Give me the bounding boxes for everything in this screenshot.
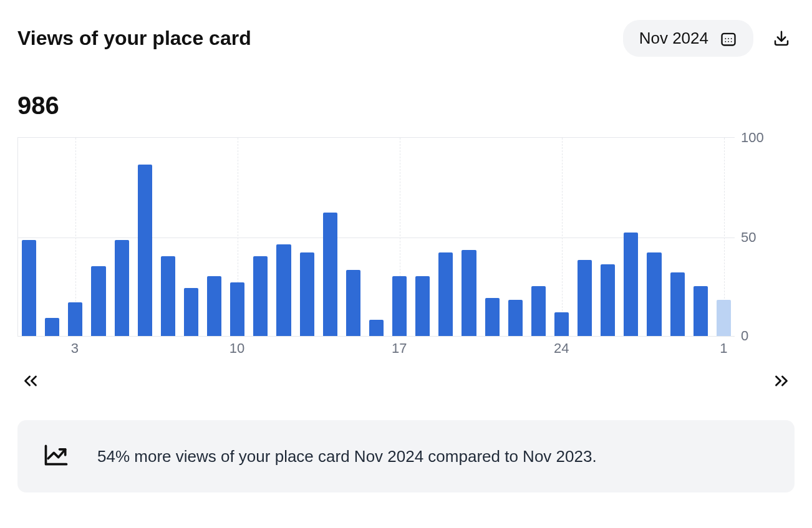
svg-point-1 xyxy=(725,38,726,39)
chevrons-right-icon xyxy=(771,370,792,391)
bar[interactable] xyxy=(438,252,453,336)
download-icon xyxy=(772,29,791,48)
bar[interactable] xyxy=(415,276,430,336)
bar[interactable] xyxy=(91,266,105,336)
period-picker-button[interactable]: Nov 2024 xyxy=(623,20,753,57)
header-row: Views of your place card Nov 2024 xyxy=(17,20,795,57)
prev-period-button[interactable] xyxy=(17,368,44,394)
chart-container: 100 50 0 31017241 xyxy=(17,137,795,362)
bar[interactable] xyxy=(346,270,360,336)
trend-up-icon xyxy=(42,441,70,471)
bar[interactable] xyxy=(369,320,384,336)
bar[interactable] xyxy=(253,256,268,336)
bars-group xyxy=(18,138,735,336)
x-tick: 24 xyxy=(554,340,569,357)
page-root: Views of your place card Nov 2024 xyxy=(0,0,812,492)
bar[interactable] xyxy=(230,282,244,336)
chart-plot-area xyxy=(17,137,735,337)
bar[interactable] xyxy=(601,264,615,336)
bar[interactable] xyxy=(485,298,500,336)
svg-point-2 xyxy=(728,38,729,39)
bar[interactable] xyxy=(694,286,708,336)
bar[interactable] xyxy=(184,288,198,336)
svg-point-4 xyxy=(725,41,726,42)
bar[interactable] xyxy=(462,250,476,336)
insight-banner: 54% more views of your place card Nov 20… xyxy=(17,420,795,492)
bar[interactable] xyxy=(68,302,82,336)
bar[interactable] xyxy=(300,252,314,336)
x-tick: 3 xyxy=(71,340,79,357)
bar[interactable] xyxy=(647,252,661,336)
bar[interactable] xyxy=(578,260,592,336)
period-label: Nov 2024 xyxy=(639,29,708,48)
bar[interactable] xyxy=(22,240,36,336)
y-tick-50: 50 xyxy=(741,229,756,246)
bar[interactable] xyxy=(138,165,152,336)
total-value: 986 xyxy=(17,92,795,120)
insight-text: 54% more views of your place card Nov 20… xyxy=(97,447,597,466)
bar[interactable] xyxy=(508,300,523,336)
chevrons-left-icon xyxy=(20,370,41,391)
svg-point-3 xyxy=(731,38,732,39)
download-button[interactable] xyxy=(768,26,795,52)
bar[interactable] xyxy=(554,312,569,336)
bar[interactable] xyxy=(45,318,59,336)
svg-rect-0 xyxy=(722,33,735,45)
header-actions: Nov 2024 xyxy=(623,20,795,57)
bar[interactable] xyxy=(115,240,129,336)
calendar-icon xyxy=(720,30,737,47)
bar[interactable] xyxy=(717,300,731,336)
bar[interactable] xyxy=(207,276,221,336)
x-axis-labels: 31017241 xyxy=(17,340,735,359)
next-period-button[interactable] xyxy=(768,368,795,394)
x-tick: 10 xyxy=(230,340,244,357)
svg-point-5 xyxy=(728,41,729,42)
bar[interactable] xyxy=(276,244,291,336)
chart-nav-row xyxy=(17,368,795,394)
bar[interactable] xyxy=(392,276,407,336)
bar[interactable] xyxy=(670,272,685,336)
svg-point-6 xyxy=(731,41,732,42)
x-tick: 1 xyxy=(720,340,727,357)
bar[interactable] xyxy=(624,233,638,336)
y-tick-0: 0 xyxy=(741,328,748,344)
bar[interactable] xyxy=(323,213,337,336)
y-tick-100: 100 xyxy=(741,130,764,146)
x-tick: 17 xyxy=(392,340,407,357)
page-title: Views of your place card xyxy=(17,27,251,50)
bar[interactable] xyxy=(531,286,546,336)
bar[interactable] xyxy=(161,256,175,336)
